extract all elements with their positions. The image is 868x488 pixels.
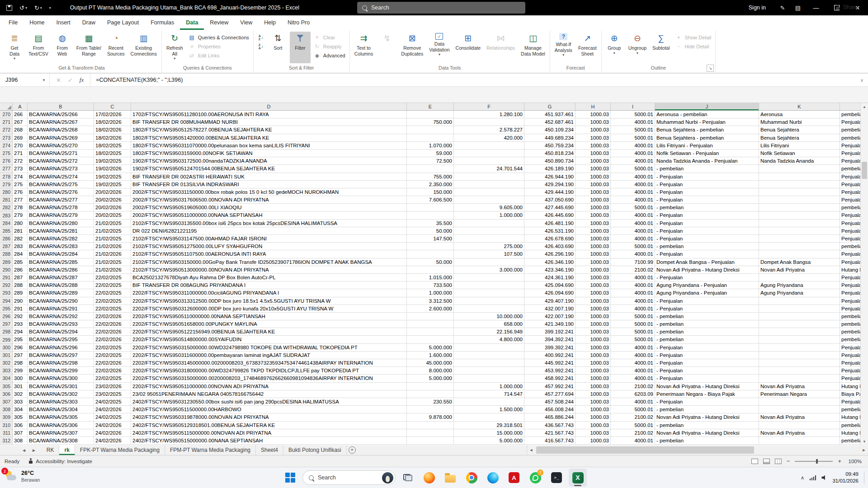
cell[interactable] (759, 220, 840, 227)
cell[interactable]: 294 (13, 328, 28, 336)
cell[interactable]: 4000.01 (611, 118, 655, 126)
cell[interactable]: 451.937.461 (524, 111, 576, 118)
cell[interactable]: 2202/FTSCY/WS950313312500.00DP box juro … (131, 297, 407, 305)
cell[interactable]: 1000.03 (576, 235, 611, 243)
cell[interactable]: 7.606.500 (407, 196, 454, 204)
cell[interactable]: - pembelian (655, 320, 759, 328)
row-header-272[interactable]: 272 (0, 126, 13, 134)
cell[interactable] (454, 157, 524, 165)
cell[interactable]: 1000.03 (576, 406, 611, 413)
cell[interactable]: 21/02/2025 (94, 227, 131, 235)
cell[interactable]: 450.759.234 (524, 142, 576, 150)
cell[interactable]: 4000.01 (611, 150, 655, 157)
cell[interactable]: 266 (13, 111, 28, 118)
cell[interactable]: 1000.03 (576, 188, 611, 196)
cell[interactable]: 295 (13, 336, 28, 343)
ribbon-button-subtotal[interactable]: ∑Subtotal (650, 32, 672, 63)
zoom-level[interactable]: 100% (846, 459, 862, 464)
row-header-284[interactable]: 284 (0, 220, 13, 227)
cell[interactable]: - pembelian (655, 437, 759, 445)
cell[interactable] (454, 235, 524, 243)
cell[interactable]: 4000.01 (611, 344, 655, 352)
row-header-276[interactable]: 276 (0, 157, 13, 165)
formula-input[interactable]: =CONCATENATE(K396;" - ";L396) (90, 77, 183, 83)
cell[interactable]: 50.000 (407, 258, 454, 266)
cell[interactable] (759, 437, 840, 445)
cell[interactable] (407, 390, 454, 398)
customize-qat-icon[interactable]: ▾ (49, 6, 51, 10)
ribbon-tab-data[interactable]: Data (180, 15, 204, 30)
cell[interactable]: 429.407.190 (524, 297, 576, 305)
cell[interactable]: 22/02/2025 (94, 352, 131, 359)
cell[interactable]: 423.346.190 (524, 266, 576, 274)
cell[interactable]: 22/02/2026 (94, 328, 131, 336)
cell[interactable] (407, 320, 454, 328)
horizontal-scrollbar-thumb[interactable] (536, 446, 754, 454)
cell[interactable] (759, 375, 840, 382)
row-header-309[interactable]: 309 (0, 413, 13, 421)
cell[interactable]: - Penjualan (655, 398, 759, 406)
row-header-282[interactable]: 282 (0, 204, 13, 211)
cell[interactable]: BCA/WARNA/25/277 (28, 196, 94, 204)
cell[interactable]: 4000.01 (611, 157, 655, 165)
cell[interactable]: 4000.01 (611, 235, 655, 243)
cell[interactable] (454, 375, 524, 382)
cell[interactable]: 2202/FTSCY/WS9503145000000.00200008203_6… (131, 359, 407, 367)
cell[interactable]: 288 (13, 282, 28, 289)
cell[interactable]: Dompet Anak Bangsa (759, 258, 840, 266)
cell[interactable]: - pembelian (655, 406, 759, 413)
cell[interactable]: 4000.01 (611, 227, 655, 235)
cell[interactable]: 296 (13, 344, 28, 352)
cell[interactable] (454, 173, 524, 181)
cell[interactable]: 2100.02 (611, 429, 655, 437)
row-header-305[interactable]: 305 (0, 383, 13, 390)
sheet-tab-fpk-pt-warna-media-packaging[interactable]: FPK-PT Warna Media Packaging (75, 445, 165, 455)
cell[interactable]: 5000.01 (611, 165, 655, 173)
cell[interactable] (454, 352, 524, 359)
cell[interactable]: Benua Sejahtera (759, 134, 840, 142)
cell[interactable]: 272 (13, 157, 28, 165)
expand-formula-bar-icon[interactable]: ∨ (860, 78, 863, 83)
taskbar-icon-file-explorer[interactable] (441, 469, 459, 487)
cell[interactable]: 267 (13, 118, 28, 126)
cell[interactable]: 18/02/2026 (94, 126, 131, 134)
row-header-293[interactable]: 293 (0, 289, 13, 297)
cell[interactable] (454, 359, 524, 367)
sheet-tab-sheet4[interactable]: Sheet4 (256, 445, 283, 455)
cell[interactable]: BIF TRANSFER DR 002ASTRI HERAWATI SUK (131, 173, 407, 181)
cell[interactable] (454, 282, 524, 289)
cell[interactable]: 2402/FTSCY/WS950319878000.00NOVAN ADI PR… (131, 413, 407, 421)
cell[interactable]: 425.094.690 (524, 282, 576, 289)
cell[interactable]: 453.992.241 (524, 367, 576, 375)
cell[interactable]: 426.296.190 (524, 250, 576, 258)
enter-icon[interactable]: ✓ (68, 77, 73, 84)
cell[interactable]: - pembelian (655, 336, 759, 343)
ribbon-tab-file[interactable]: File (3, 15, 24, 30)
sheet-tab-rk[interactable]: RK (42, 445, 60, 455)
cell[interactable]: BCA/WARNA/25/280 (28, 220, 94, 227)
cell[interactable]: 35.500 (407, 220, 454, 227)
cell[interactable]: 4000.01 (611, 367, 655, 375)
cell[interactable]: 1000.03 (576, 398, 611, 406)
row-header-290[interactable]: 290 (0, 266, 13, 274)
column-header-B[interactable]: B (28, 103, 94, 111)
row-header-310[interactable]: 310 (0, 422, 13, 429)
cell[interactable] (407, 266, 454, 274)
ribbon-tab-view[interactable]: View (234, 15, 258, 30)
cell[interactable]: 22/02/2026 (94, 336, 131, 343)
cell[interactable]: 4000.01 (611, 250, 655, 258)
vertical-scrollbar[interactable]: ▲ ▼ (860, 103, 868, 445)
cell[interactable]: BCA/WARNA/25/279 (28, 211, 94, 219)
cell[interactable]: Benua Sejahtera - pembelian (655, 126, 759, 134)
zoom-slider[interactable] (795, 461, 833, 462)
cell[interactable]: Muhammad Nurbi (759, 118, 840, 126)
cell[interactable]: 289 (13, 289, 28, 297)
cell[interactable]: 1000.03 (576, 375, 611, 382)
zoom-in-icon[interactable]: + (838, 458, 841, 465)
cell[interactable]: 4000.01 (611, 437, 655, 445)
cell[interactable] (759, 320, 840, 328)
cell[interactable]: BCA/WARNA/25/269 (28, 134, 94, 142)
tab-scroll-left-icon[interactable]: ◄ (22, 448, 26, 453)
cancel-icon[interactable]: ✕ (56, 77, 61, 84)
cell[interactable]: - Penjualan (655, 352, 759, 359)
